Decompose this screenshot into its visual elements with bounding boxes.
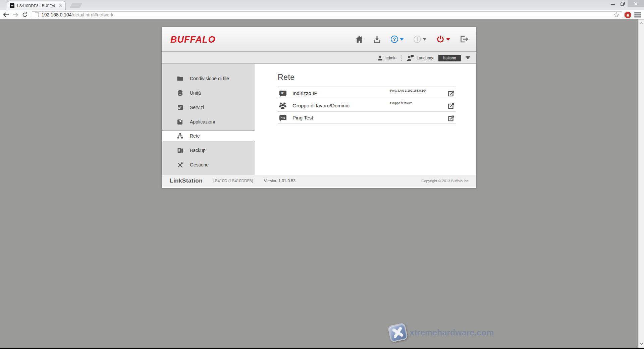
open-dialog-icon[interactable] bbox=[448, 90, 455, 97]
scroll-down-icon[interactable] bbox=[640, 343, 643, 345]
sidebar-item-network[interactable]: Rete bbox=[162, 130, 255, 141]
row-workgroup-domain[interactable]: Gruppo di lavoro/Dominio Gruppo di lavor… bbox=[278, 99, 456, 111]
page-title: Rete bbox=[278, 73, 476, 82]
window-controls bbox=[608, 0, 644, 7]
sidebar-item-backup[interactable]: Backup bbox=[162, 143, 255, 157]
address-bar[interactable]: 192.168.0.104/detail.html#network bbox=[32, 11, 622, 18]
logout-button[interactable] bbox=[460, 35, 468, 43]
bookmark-star-icon[interactable] bbox=[613, 12, 619, 17]
language-icon bbox=[407, 55, 414, 61]
sidebar-item-management[interactable]: Gestione bbox=[162, 157, 255, 172]
url-path: /detail.html#network bbox=[72, 12, 114, 17]
open-dialog-icon[interactable] bbox=[448, 114, 455, 122]
ip-address-icon: IP bbox=[278, 91, 288, 96]
back-icon[interactable] bbox=[2, 11, 10, 18]
url-text: 192.168.0.104/detail.html#network bbox=[42, 12, 113, 17]
user-bar: admin Language Italiano bbox=[162, 52, 476, 64]
copyright: Copyright © 2013 Buffalo Inc. bbox=[421, 179, 470, 183]
tab-close-icon[interactable] bbox=[58, 4, 63, 8]
language-dropdown-icon[interactable] bbox=[466, 56, 470, 59]
workgroup-icon bbox=[278, 102, 288, 109]
minimize-icon[interactable] bbox=[608, 0, 618, 7]
help-dropdown-icon[interactable] bbox=[400, 38, 404, 41]
main-panel: Rete IP Indirizzo IP Porta LAN 1 192.168… bbox=[255, 64, 476, 175]
download-button[interactable] bbox=[373, 36, 381, 43]
card-footer: LinkStation LS410D (LS410DDF8) Version 1… bbox=[162, 175, 476, 187]
sidebar-item-services[interactable]: Servizi bbox=[162, 100, 255, 114]
sidebar-item-drives[interactable]: Unità bbox=[162, 86, 255, 100]
language-label: Language bbox=[417, 56, 434, 60]
home-icon bbox=[355, 36, 363, 43]
help-icon: ? bbox=[391, 36, 398, 43]
scroll-up-icon[interactable] bbox=[640, 22, 643, 24]
menu-icon[interactable] bbox=[634, 12, 641, 17]
device-model: LS410D (LS410DDF8) bbox=[213, 179, 253, 183]
screen-bottom-edge bbox=[0, 348, 644, 349]
forward-icon[interactable] bbox=[11, 11, 19, 18]
logged-in-user: admin bbox=[385, 56, 396, 60]
page-scrollbar[interactable] bbox=[638, 19, 644, 348]
buffalo-admin-card: BUFFALO ? i bbox=[162, 27, 476, 188]
page-background: BUFFALO ? i bbox=[0, 19, 644, 348]
sidebar-item-applications[interactable]: Applicazioni bbox=[162, 114, 255, 129]
applications-icon bbox=[177, 118, 183, 125]
card-header: BUFFALO ? i bbox=[162, 27, 476, 52]
row-ping-test[interactable]: Ping Ping Test bbox=[278, 111, 456, 124]
workgroup-value: Gruppo di lavoro bbox=[390, 101, 413, 105]
tools-icon bbox=[177, 161, 183, 168]
new-tab-button[interactable] bbox=[70, 3, 83, 8]
help-button[interactable]: ? bbox=[391, 36, 404, 43]
ping-icon: Ping bbox=[278, 115, 288, 120]
info-icon: i bbox=[414, 36, 421, 43]
browser-tab[interactable]: LS410DDF8 - BUFFALO Lin bbox=[7, 1, 66, 10]
linkstation-logo: LinkStation bbox=[170, 178, 203, 184]
watermark-text: xtremehardware.com bbox=[410, 328, 494, 338]
tab-title: LS410DDF8 - BUFFALO Lin bbox=[17, 4, 56, 8]
restore-icon[interactable] bbox=[618, 0, 628, 7]
user-icon bbox=[377, 55, 383, 61]
card-content: Condivisione di file Unità Servizi Appli… bbox=[162, 64, 476, 175]
adblock-icon[interactable] bbox=[624, 11, 631, 18]
backup-icon bbox=[177, 147, 183, 154]
buffalo-logo: BUFFALO bbox=[170, 35, 216, 45]
page-icon bbox=[35, 12, 39, 17]
firmware-version: Version 1.01-0.53 bbox=[264, 179, 296, 183]
services-icon bbox=[177, 104, 183, 111]
row-ip-address[interactable]: IP Indirizzo IP Porta LAN 1 192.168.0.10… bbox=[278, 87, 456, 99]
settings-list: IP Indirizzo IP Porta LAN 1 192.168.0.10… bbox=[278, 87, 456, 124]
buffalo-favicon bbox=[10, 3, 14, 8]
header-icons: ? i bbox=[355, 27, 468, 51]
info-dropdown-icon[interactable] bbox=[423, 38, 427, 41]
sidebar: Condivisione di file Unità Servizi Appli… bbox=[162, 64, 255, 175]
ip-address-value: Porta LAN 1 192.168.0.104 bbox=[390, 89, 427, 92]
drive-icon bbox=[177, 90, 183, 96]
watermark: xtremehardware.com bbox=[389, 324, 494, 341]
reload-icon[interactable] bbox=[21, 11, 29, 18]
browser-toolbar: 192.168.0.104/detail.html#network bbox=[0, 10, 644, 19]
home-button[interactable] bbox=[355, 36, 363, 43]
xtremehardware-logo-icon bbox=[387, 322, 408, 343]
language-value[interactable]: Italiano bbox=[438, 55, 461, 61]
browser-titlebar: LS410DDF8 - BUFFALO Lin bbox=[0, 0, 644, 10]
folder-icon bbox=[177, 75, 183, 82]
download-icon bbox=[373, 36, 381, 43]
divider bbox=[401, 55, 402, 61]
info-button[interactable]: i bbox=[414, 36, 427, 43]
logout-icon bbox=[460, 35, 468, 43]
url-host: 192.168.0.104 bbox=[42, 12, 72, 17]
sidebar-item-file-sharing[interactable]: Condivisione di file bbox=[162, 71, 255, 86]
power-button[interactable] bbox=[436, 35, 450, 43]
open-dialog-icon[interactable] bbox=[448, 102, 455, 109]
power-icon bbox=[436, 35, 444, 43]
power-dropdown-icon[interactable] bbox=[446, 38, 450, 41]
close-icon[interactable] bbox=[628, 0, 644, 7]
network-icon bbox=[177, 133, 183, 139]
